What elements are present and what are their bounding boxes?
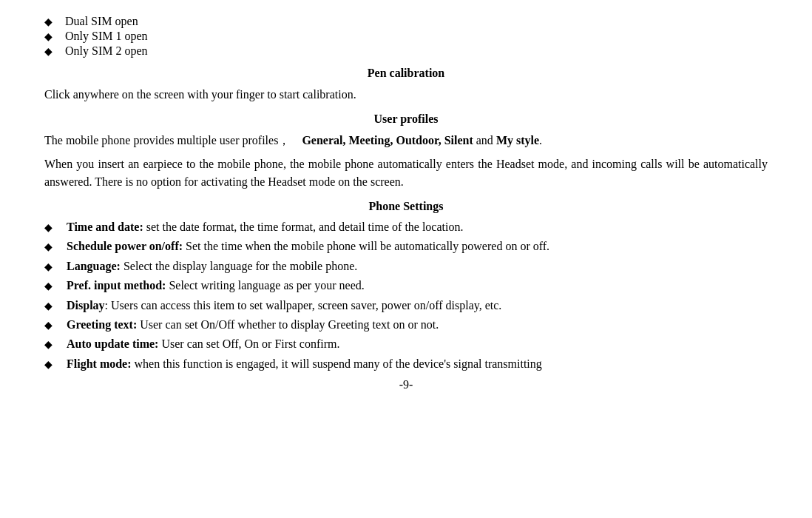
bullet-icon-3: ◆: [44, 45, 59, 58]
pen-calibration-section: Pen calibration Click anywhere on the sc…: [44, 67, 768, 104]
sim1-label: Only SIM 1 open: [65, 30, 148, 43]
bullet-icon-input: ◆: [44, 279, 62, 294]
time-date-text: Time and date: set the date format, the …: [67, 219, 463, 235]
flight-mode-text: Flight mode: when this function is engag…: [67, 356, 542, 372]
display-bold: Display: [67, 299, 105, 312]
list-item-flight-mode: ◆ Flight mode: when this function is eng…: [44, 356, 768, 372]
user-profiles-section: User profiles The mobile phone provides …: [44, 112, 768, 191]
schedule-bold: Schedule power on/off:: [67, 240, 183, 252]
user-profiles-body2: When you insert an earpiece to the mobil…: [44, 155, 768, 191]
list-item-language: ◆ Language: Select the display language …: [44, 258, 768, 275]
bullet-icon-flight: ◆: [44, 357, 62, 372]
bullet-icon-language: ◆: [44, 260, 62, 275]
user-profiles-heading: User profiles: [44, 112, 768, 126]
list-item-display: ◆ Display: Users can access this item to…: [44, 297, 768, 314]
phone-settings-section: Phone Settings ◆ Time and date: set the …: [44, 200, 768, 372]
page-container: ◆ Dual SIM open ◆ Only SIM 1 open ◆ Only…: [0, 0, 812, 518]
sim2-label: Only SIM 2 open: [65, 44, 148, 58]
input-method-text: Pref. input method: Select writing langu…: [67, 278, 365, 294]
user-profiles-bold: General, Meeting, Outdoor, Silent: [302, 134, 473, 147]
user-profiles-and: and: [473, 134, 496, 147]
list-item-greeting: ◆ Greeting text: User can set On/Off whe…: [44, 317, 768, 333]
list-item-sim1: ◆ Only SIM 1 open: [44, 30, 768, 43]
bullet-icon-1: ◆: [44, 16, 59, 28]
language-bold: Language:: [67, 260, 121, 272]
bullet-icon-greeting: ◆: [44, 318, 62, 333]
greeting-text: Greeting text: User can set On/Off wheth…: [67, 317, 439, 333]
display-text: Display: Users can access this item to s…: [67, 297, 501, 314]
pen-calibration-heading: Pen calibration: [44, 67, 768, 80]
phone-settings-heading: Phone Settings: [44, 200, 768, 213]
list-item-sim2: ◆ Only SIM 2 open: [44, 44, 768, 58]
bullet-icon-auto-update: ◆: [44, 337, 62, 352]
bullet-icon-2: ◆: [44, 30, 59, 43]
list-item-schedule: ◆ Schedule power on/off: Set the time wh…: [44, 238, 768, 255]
top-bullet-list: ◆ Dual SIM open ◆ Only SIM 1 open ◆ Only…: [44, 15, 768, 58]
list-item-input-method: ◆ Pref. input method: Select writing lan…: [44, 278, 768, 294]
user-profiles-bold-end: My style: [496, 134, 539, 147]
flight-mode-bold: Flight mode:: [67, 357, 132, 370]
pen-calibration-body: Click anywhere on the screen with your f…: [44, 86, 768, 104]
list-item-dual-sim: ◆ Dual SIM open: [44, 15, 768, 28]
list-item-time-date: ◆ Time and date: set the date format, th…: [44, 219, 768, 235]
time-date-bold: Time and date:: [67, 221, 143, 233]
page-number: -9-: [44, 378, 768, 391]
language-text: Language: Select the display language fo…: [67, 258, 357, 275]
greeting-bold: Greeting text:: [67, 318, 137, 331]
auto-update-bold: Auto update time:: [67, 337, 158, 350]
user-profiles-text1: The mobile phone provides multiple user …: [44, 134, 302, 147]
user-profiles-body1: The mobile phone provides multiple user …: [44, 132, 768, 149]
schedule-text: Schedule power on/off: Set the time when…: [67, 238, 549, 255]
list-item-auto-update: ◆ Auto update time: User can set Off, On…: [44, 336, 768, 352]
phone-settings-list: ◆ Time and date: set the date format, th…: [44, 219, 768, 372]
user-profiles-period: .: [539, 134, 542, 147]
bullet-icon-display: ◆: [44, 299, 62, 314]
auto-update-text: Auto update time: User can set Off, On o…: [67, 336, 339, 352]
dual-sim-label: Dual SIM open: [65, 15, 138, 28]
bullet-icon-time: ◆: [44, 221, 62, 235]
input-method-bold: Pref. input method:: [67, 279, 166, 292]
bullet-icon-schedule: ◆: [44, 240, 62, 255]
